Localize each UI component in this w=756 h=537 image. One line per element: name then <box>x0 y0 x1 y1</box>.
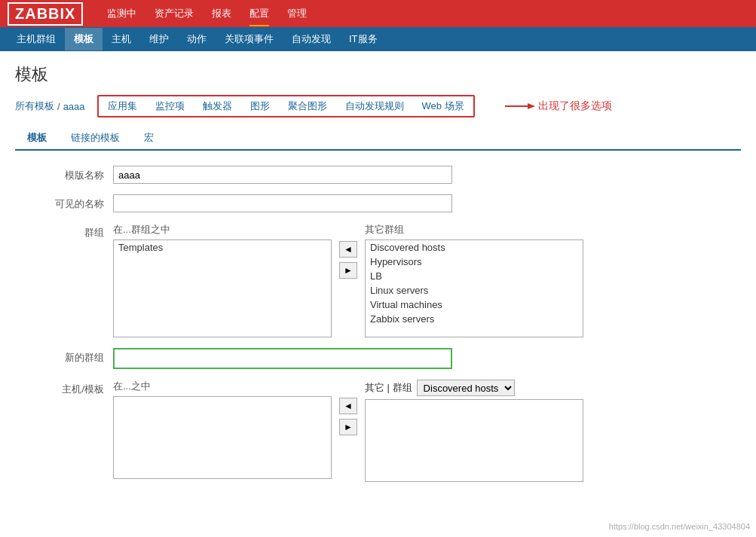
top-navigation: ZABBIX 监测中 资产记录 报表 配置 管理 <box>0 0 756 27</box>
list-item[interactable]: Virtual machines <box>366 297 583 312</box>
host-group-dropdown[interactable]: Discovered hosts <box>417 380 515 396</box>
sub-tabs-container: 应用集 监控项 触发器 图形 聚合图形 自动发现规则 Web 场景 <box>97 95 475 117</box>
other-group-filter-label: 其它 | 群组 <box>365 381 412 395</box>
breadcrumb-bar: 所有模板 / aaaa 应用集 监控项 触发器 图形 聚合图形 自动发现规则 W… <box>15 95 741 117</box>
second-menu-it-services[interactable]: IT服务 <box>340 28 387 50</box>
groups-container: 在...群组之中 Templates ◄ ► 其它群组 Discovered h… <box>113 223 583 337</box>
top-menu-item-admin[interactable]: 管理 <box>278 1 316 26</box>
top-menu-item-assets[interactable]: 资产记录 <box>145 1 203 26</box>
in-group-box: 在...群组之中 Templates <box>113 223 332 337</box>
breadcrumb-separator: / <box>57 101 60 112</box>
tab-macros[interactable]: 宏 <box>132 127 166 151</box>
transfer-right-button[interactable]: ► <box>339 262 357 279</box>
sub-tab-graphs[interactable]: 图形 <box>241 96 279 116</box>
sub-tab-aggregate-graphs[interactable]: 聚合图形 <box>279 96 336 116</box>
second-menu-maintenance[interactable]: 维护 <box>140 28 178 50</box>
host-transfer-left-button[interactable]: ◄ <box>339 398 357 414</box>
top-menu: 监测中 资产记录 报表 配置 管理 <box>98 1 316 26</box>
top-menu-item-config[interactable]: 配置 <box>240 1 278 26</box>
template-name-input[interactable] <box>113 166 452 184</box>
list-item[interactable]: Zabbix servers <box>366 312 583 326</box>
other-group-box: 其它群组 Discovered hosts Hypervisors LB Lin… <box>365 223 583 337</box>
host-other-group-box: 其它 | 群组 Discovered hosts <box>365 380 583 482</box>
host-in-list[interactable] <box>113 396 332 479</box>
new-group-row: 新的群组 <box>23 348 733 369</box>
breadcrumb: 所有模板 / aaaa <box>15 99 85 113</box>
second-menu-discovery[interactable]: 自动发现 <box>283 28 340 50</box>
host-template-row: 主机/模板 在...之中 ◄ ► 其 <box>23 380 733 482</box>
new-group-input[interactable] <box>113 348 452 369</box>
host-template-label: 主机/模板 <box>23 380 113 396</box>
tab-linked-templates[interactable]: 链接的模板 <box>59 127 132 151</box>
list-item[interactable]: Discovered hosts <box>366 240 583 255</box>
sub-tab-monitoring[interactable]: 监控项 <box>146 96 194 116</box>
second-menu-correlation[interactable]: 关联项事件 <box>216 28 283 50</box>
host-transfer-buttons: ◄ ► <box>332 398 365 435</box>
svg-marker-1 <box>528 103 535 109</box>
second-menu-hosts[interactable]: 主机 <box>103 28 140 50</box>
visible-name-input[interactable] <box>113 194 452 212</box>
list-item[interactable]: Hypervisors <box>366 255 583 269</box>
annotation-text: 出现了很多选项 <box>538 99 612 113</box>
host-other-list[interactable] <box>365 399 583 482</box>
host-group-select-row: 其它 | 群组 Discovered hosts <box>365 380 583 396</box>
in-group-list[interactable]: Templates <box>113 240 332 337</box>
main-content: 模板 所有模板 / aaaa 应用集 监控项 触发器 图形 聚合图形 自动发现规… <box>0 51 756 505</box>
second-menu-actions[interactable]: 动作 <box>178 28 216 50</box>
host-template-content: 在...之中 ◄ ► 其它 | 群组 Discovered hosts <box>113 380 583 482</box>
second-navigation: 主机群组 模板 主机 维护 动作 关联项事件 自动发现 IT服务 <box>0 27 756 51</box>
visible-name-row: 可见的名称 <box>23 194 733 212</box>
annotation-arrow-icon <box>505 100 535 112</box>
list-item[interactable]: Linux servers <box>366 283 583 297</box>
form-area: 模版名称 可见的名称 群组 在...群组之中 Templates ◄ <box>15 166 741 482</box>
other-group-list[interactable]: Discovered hosts Hypervisors LB Linux se… <box>365 240 583 337</box>
second-menu: 主机群组 模板 主机 维护 动作 关联项事件 自动发现 IT服务 <box>8 28 387 50</box>
transfer-buttons: ◄ ► <box>332 241 365 279</box>
annotation: 出现了很多选项 <box>505 99 612 113</box>
host-in-label: 在...之中 <box>113 380 332 393</box>
top-menu-item-reports[interactable]: 报表 <box>203 1 240 26</box>
host-in-group-box: 在...之中 <box>113 380 332 479</box>
list-item[interactable]: Templates <box>114 240 331 255</box>
host-transfer-right-button[interactable]: ► <box>339 419 357 435</box>
sub-tab-web-scenarios[interactable]: Web 场景 <box>413 96 473 116</box>
other-group-label: 其它群组 <box>365 223 583 236</box>
top-menu-item-monitor[interactable]: 监测中 <box>98 1 145 26</box>
sub-tab-discovery-rules[interactable]: 自动发现规则 <box>336 96 413 116</box>
tabs-row: 模板 链接的模板 宏 <box>15 127 741 151</box>
sub-tab-app-set[interactable]: 应用集 <box>99 96 146 116</box>
sub-tab-triggers[interactable]: 触发器 <box>194 96 241 116</box>
breadcrumb-all-templates[interactable]: 所有模板 <box>15 99 54 113</box>
transfer-left-button[interactable]: ◄ <box>339 241 357 258</box>
second-menu-templates[interactable]: 模板 <box>65 28 103 50</box>
second-menu-host-groups[interactable]: 主机群组 <box>8 28 65 50</box>
template-name-row: 模版名称 <box>23 166 733 184</box>
new-group-label: 新的群组 <box>23 348 113 365</box>
groups-row: 群组 在...群组之中 Templates ◄ ► 其它群组 <box>23 223 733 337</box>
breadcrumb-current[interactable]: aaaa <box>63 101 85 112</box>
list-item[interactable]: LB <box>366 269 583 283</box>
logo: ZABBIX <box>8 2 83 26</box>
tab-template[interactable]: 模板 <box>15 127 59 151</box>
visible-name-label: 可见的名称 <box>23 194 113 211</box>
page-title: 模板 <box>15 63 741 86</box>
group-label: 群组 <box>23 223 113 240</box>
in-group-label: 在...群组之中 <box>113 223 332 236</box>
template-name-label: 模版名称 <box>23 166 113 182</box>
